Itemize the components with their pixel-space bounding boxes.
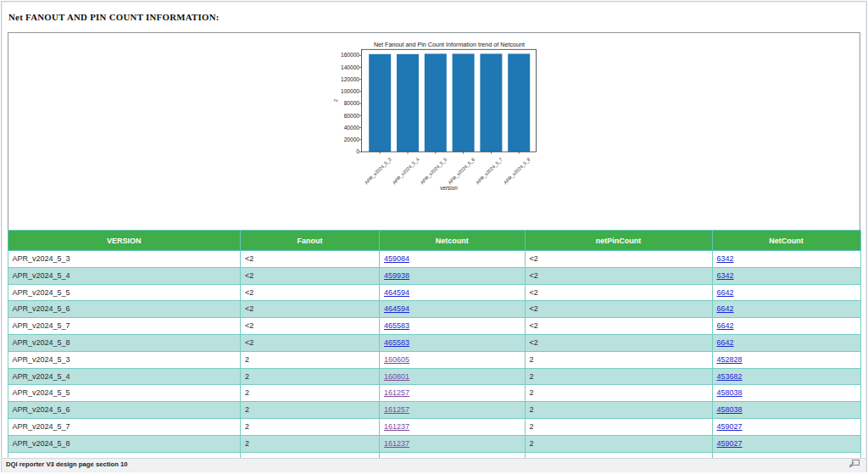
svg-text:120000: 120000 — [341, 76, 359, 82]
svg-text:100000: 100000 — [341, 88, 359, 94]
svg-text:20000: 20000 — [344, 137, 360, 142]
svg-text:APR_v2024_5_5: APR_v2024_5_5 — [420, 157, 448, 186]
svg-text:version: version — [440, 185, 458, 191]
svg-text:140000: 140000 — [341, 64, 359, 70]
svg-text:160000: 160000 — [341, 52, 359, 58]
svg-text:Net Fanout and Pin Count Infor: Net Fanout and Pin Count Information tre… — [374, 41, 525, 48]
svg-text:APR_v2024_5_4: APR_v2024_5_4 — [392, 157, 420, 186]
svg-text:APR_v2024_5_6: APR_v2024_5_6 — [447, 157, 476, 186]
svg-text:2: 2 — [333, 99, 338, 102]
svg-text:APR_v2024_5_3: APR_v2024_5_3 — [364, 157, 392, 186]
svg-text:40000: 40000 — [344, 125, 360, 131]
svg-text:60000: 60000 — [344, 113, 360, 119]
svg-text:APR_v2024_5_7: APR_v2024_5_7 — [475, 157, 504, 186]
svg-text:0: 0 — [356, 148, 359, 154]
svg-text:80000: 80000 — [344, 100, 360, 106]
svg-text:APR_v2024_5_8: APR_v2024_5_8 — [503, 157, 531, 186]
